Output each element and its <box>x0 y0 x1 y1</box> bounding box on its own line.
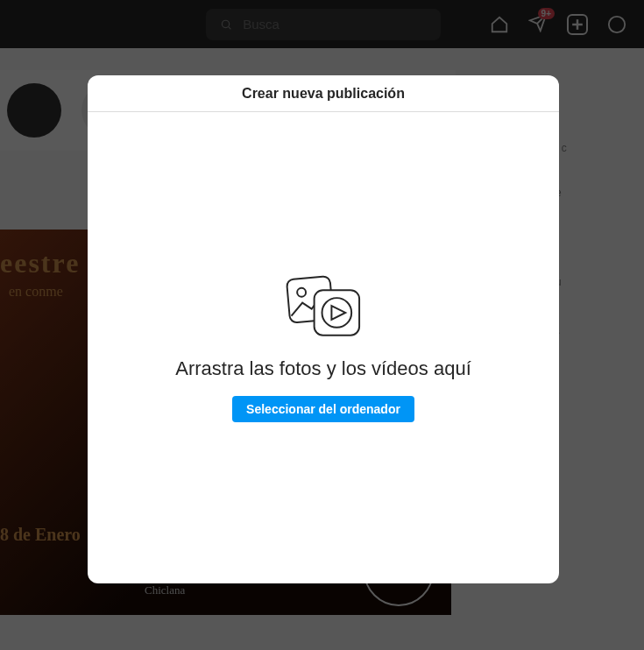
svg-rect-8 <box>315 290 359 335</box>
svg-point-7 <box>297 287 307 297</box>
modal-title: Crear nueva publicación <box>88 75 559 112</box>
select-from-computer-button[interactable]: Seleccionar del ordenador <box>232 396 414 422</box>
create-post-modal: Crear nueva publicación Arrastra las fot… <box>88 75 559 583</box>
drag-instruction-text: Arrastra las fotos y los vídeos aquí <box>175 357 471 380</box>
media-upload-icon <box>281 274 365 342</box>
modal-dropzone[interactable]: Arrastra las fotos y los vídeos aquí Sel… <box>88 112 559 583</box>
